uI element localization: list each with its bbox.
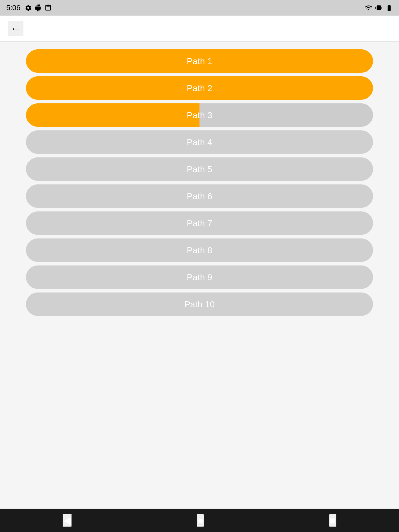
settings-icon xyxy=(25,4,32,11)
signal-icon xyxy=(375,4,382,11)
path-button-4[interactable]: Path 4 xyxy=(26,130,373,154)
nav-back-button[interactable]: ◀ xyxy=(63,514,72,527)
path-button-6[interactable]: Path 6 xyxy=(26,184,373,208)
path-button-3[interactable]: Path 3 xyxy=(26,103,373,127)
path-button-9[interactable]: Path 9 xyxy=(26,265,373,289)
status-bar: 5:06 xyxy=(0,0,399,16)
back-arrow-icon: ← xyxy=(10,23,21,34)
app-bar: ← xyxy=(0,16,399,42)
back-button[interactable]: ← xyxy=(8,21,23,36)
clipboard-icon xyxy=(44,4,52,11)
path-button-8[interactable]: Path 8 xyxy=(26,238,373,262)
wifi-icon xyxy=(365,4,372,11)
status-icons xyxy=(25,4,52,11)
battery-icon xyxy=(385,4,393,11)
path-button-2[interactable]: Path 2 xyxy=(26,76,373,100)
android-icon xyxy=(35,4,42,11)
status-time: 5:06 xyxy=(6,4,21,12)
nav-home-button[interactable]: ● xyxy=(197,514,204,527)
status-bar-left: 5:06 xyxy=(6,4,52,12)
path-button-5[interactable]: Path 5 xyxy=(26,157,373,181)
status-bar-right xyxy=(365,4,393,11)
path-button-1[interactable]: Path 1 xyxy=(26,49,373,73)
path-button-7[interactable]: Path 7 xyxy=(26,211,373,235)
nav-bar: ◀ ● ■ xyxy=(0,509,399,532)
main-content: Path 1Path 2Path 3Path 4Path 5Path 6Path… xyxy=(0,42,399,509)
nav-recent-button[interactable]: ■ xyxy=(329,514,336,527)
path-button-10[interactable]: Path 10 xyxy=(26,292,373,316)
